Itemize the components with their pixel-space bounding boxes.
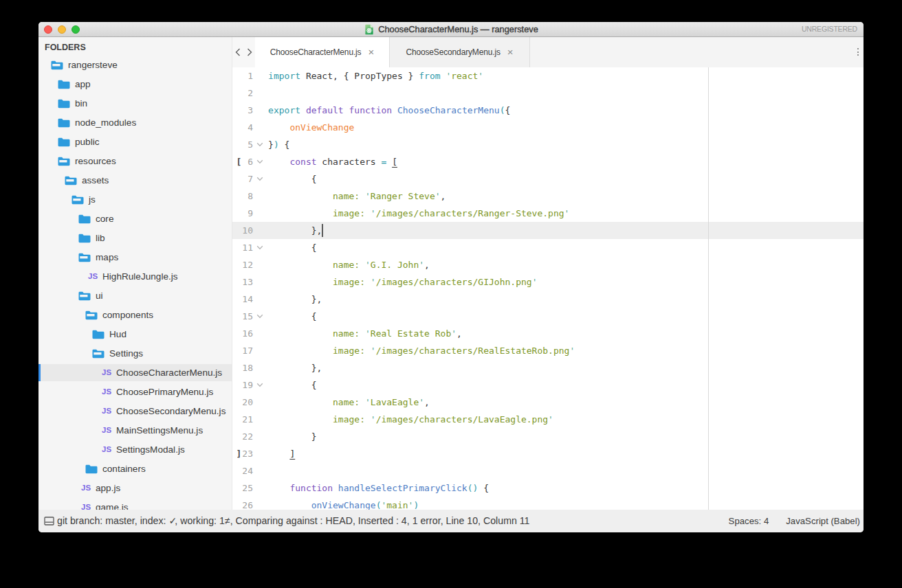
code-line-15: { (268, 308, 316, 325)
line-number: 2 (232, 84, 253, 102)
tree-item-label: Hud (109, 329, 126, 339)
tree-item-label: rangersteve (68, 60, 118, 70)
line-number: 4 (232, 119, 253, 136)
tree-item-label: resources (75, 156, 116, 166)
sidebar-folder-node_modules[interactable]: node_modules (38, 113, 232, 132)
tree-item-label: node_modules (75, 117, 136, 128)
code-line-11: { (268, 239, 316, 256)
folder-closed-icon (58, 137, 70, 147)
line-number: 1 (232, 67, 253, 84)
line-number: 26 (232, 497, 253, 510)
sidebar-folder-core[interactable]: core (38, 209, 232, 228)
panel-toggle-icon[interactable] (44, 517, 55, 525)
folder-open-icon (85, 310, 98, 320)
sidebar-folder-containers[interactable]: containers (38, 459, 232, 478)
sidebar-folder-ui[interactable]: ui (38, 286, 232, 305)
sidebar-file-ChooseSecondaryMenu.js[interactable]: JSChooseSecondaryMenu.js (38, 401, 232, 420)
sidebar-file-MainSettingsMenu.js[interactable]: JSMainSettingsMenu.js (38, 420, 232, 440)
tab-ChooseSecondaryMenu.js[interactable]: ChooseSecondaryMenu.js× (389, 37, 530, 67)
sidebar-folder-app[interactable]: app (38, 74, 232, 93)
gutter-bracket-icon: [ (236, 153, 241, 170)
titlebar: ChooseCharacterMenu.js — rangersteve UNR… (38, 22, 864, 37)
tabbar: ChooseCharacterMenu.js×ChooseSecondaryMe… (232, 37, 864, 67)
fold-arrow-icon[interactable] (256, 136, 265, 153)
line-number: 19 (232, 376, 253, 394)
syntax-status[interactable]: JavaScript (Babel) (786, 516, 860, 526)
sidebar-folder-Settings[interactable]: Settings (38, 343, 232, 363)
tree-item-label: js (89, 194, 96, 205)
fold-arrow-icon[interactable] (256, 153, 265, 170)
indent-status[interactable]: Spaces: 4 (729, 516, 769, 526)
fold-arrow-icon[interactable] (256, 170, 265, 188)
folder-closed-icon (58, 98, 70, 109)
tree-item-label: game.js (96, 502, 129, 510)
sidebar-folder-resources[interactable]: resources (38, 151, 232, 170)
tab-overflow-menu-icon[interactable] (857, 47, 859, 57)
gutter-bracket-icon: ] (236, 445, 241, 462)
tree-item-label: SettingsModal.js (116, 444, 185, 455)
sidebar-file-app.js[interactable]: JSapp.js (38, 478, 232, 497)
code-line-9: image: '/images/characters/Ranger-Steve.… (268, 205, 569, 222)
folder-open-icon (58, 156, 70, 166)
code-line-13: image: '/images/characters/GIJohn.png' (268, 273, 537, 291)
folder-closed-icon (92, 329, 104, 339)
code-line-8: name: 'Ranger Steve', (268, 188, 446, 205)
sidebar-folder-assets[interactable]: assets (38, 170, 232, 190)
sidebar-file-ChooseCharacterMenu.js[interactable]: JSChooseCharacterMenu.js (38, 363, 232, 382)
sidebar-folder-lib[interactable]: lib (38, 228, 232, 247)
tab-ChooseCharacterMenu.js[interactable]: ChooseCharacterMenu.js× (255, 37, 389, 67)
line-number: 15 (232, 308, 253, 325)
sidebar-file-ChoosePrimaryMenu.js[interactable]: JSChoosePrimaryMenu.js (38, 382, 232, 401)
line-number: 5 (232, 136, 253, 153)
sidebar-file-game.js[interactable]: JSgame.js (38, 497, 232, 510)
fold-arrow-icon[interactable] (256, 308, 265, 325)
sidebar: FOLDERS rangersteveappbinnode_modulespub… (38, 37, 232, 510)
tree-item-label: HighRuleJungle.js (102, 271, 178, 282)
folder-open-icon (92, 348, 104, 359)
tree-item-label: core (96, 214, 113, 224)
tree-item-label: bin (75, 98, 87, 109)
js-file-icon: JS (102, 445, 111, 453)
line-number: 3 (232, 102, 253, 119)
js-file-icon: JS (102, 426, 111, 434)
tab-label: ChooseSecondaryMenu.js (406, 47, 500, 57)
sidebar-folder-bin[interactable]: bin (38, 93, 232, 113)
sidebar-folder-components[interactable]: components (38, 305, 232, 324)
code-line-18: }, (268, 359, 322, 376)
tab-forward-icon[interactable] (247, 48, 252, 56)
code-viewport[interactable]: 123456[7891011121314151617181920212223]2… (232, 67, 864, 510)
sublime-window: ChooseCharacterMenu.js — rangersteve UNR… (38, 22, 864, 532)
selected-row-bar (38, 364, 41, 381)
js-file-doc-icon (364, 24, 375, 35)
js-file-icon: JS (102, 407, 111, 415)
code-line-20: name: 'LavaEagle', (268, 394, 430, 411)
tab-close-icon[interactable]: × (507, 49, 514, 56)
tabs: ChooseCharacterMenu.js×ChooseSecondaryMe… (255, 37, 530, 67)
folder-closed-icon (85, 464, 98, 474)
sidebar-file-HighRuleJungle.js[interactable]: JSHighRuleJungle.js (38, 267, 232, 286)
js-file-icon: JS (102, 387, 111, 396)
code-line-23: ] (268, 445, 295, 462)
sidebar-folder-Hud[interactable]: Hud (38, 324, 232, 343)
sidebar-folder-rangersteve[interactable]: rangersteve (38, 55, 232, 74)
line-number: 18 (232, 359, 253, 376)
code-line-3: export default function ChooseCharacterM… (268, 102, 510, 119)
code-line-19: { (268, 376, 316, 394)
tree-item-label: ChoosePrimaryMenu.js (116, 387, 213, 397)
tab-close-icon[interactable]: × (368, 49, 374, 56)
js-file-icon: JS (81, 503, 91, 510)
sidebar-folder-js[interactable]: js (38, 190, 232, 209)
fold-arrow-icon[interactable] (256, 239, 265, 256)
sidebar-folder-public[interactable]: public (38, 132, 232, 151)
tree-item-label: Settings (109, 348, 143, 359)
active-line-highlight (232, 222, 864, 239)
tree-item-label: lib (96, 233, 105, 243)
line-number: 25 (232, 479, 253, 497)
sidebar-file-SettingsModal.js[interactable]: JSSettingsModal.js (38, 440, 232, 459)
fold-arrow-icon[interactable] (256, 376, 265, 394)
folder-open-icon (72, 194, 84, 205)
line-number: 12 (232, 256, 253, 273)
tab-back-icon[interactable] (235, 48, 241, 56)
js-file-icon: JS (81, 484, 91, 492)
sidebar-folder-maps[interactable]: maps (38, 247, 232, 267)
